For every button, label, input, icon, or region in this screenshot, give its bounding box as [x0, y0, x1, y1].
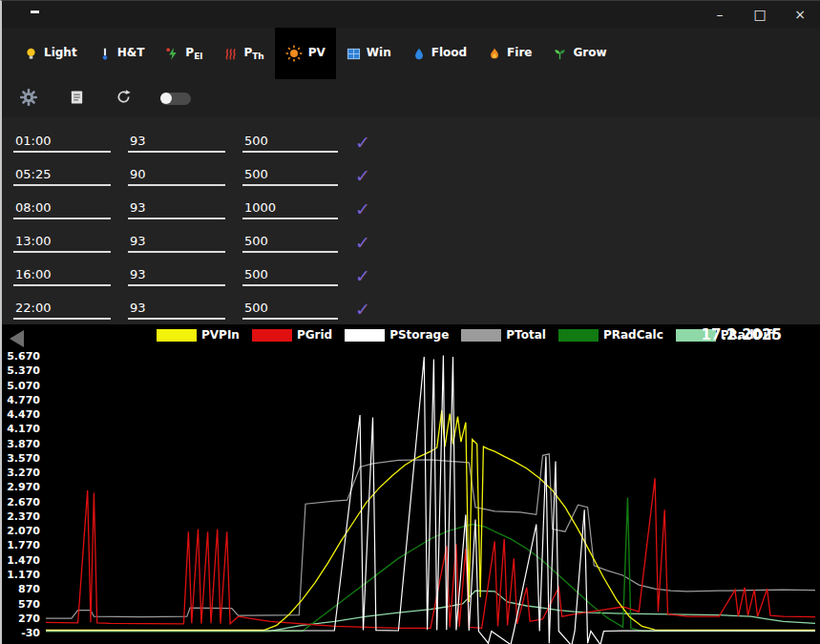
- value-field[interactable]: 93: [128, 234, 225, 253]
- y-tick-label: 1.470: [7, 554, 40, 567]
- nav-item-light[interactable]: Light: [13, 28, 88, 79]
- close-button[interactable]: ×: [780, 1, 820, 28]
- toggle-switch[interactable]: [160, 93, 191, 105]
- value-field[interactable]: 93: [128, 200, 225, 219]
- electric-power-icon: [165, 47, 179, 61]
- nav-item-label: PEl: [185, 46, 202, 61]
- refresh-icon: [116, 89, 132, 108]
- legend-swatch: [461, 329, 501, 342]
- limit-field[interactable]: 500: [242, 167, 338, 186]
- settings-button[interactable]: [17, 86, 40, 112]
- chart-date: 17.2.2025: [702, 326, 782, 343]
- nav-item-pth[interactable]: PTh: [213, 28, 274, 79]
- log-button[interactable]: [67, 87, 87, 111]
- y-tick-label: 570: [18, 598, 40, 611]
- nav-item-label: Flood: [431, 46, 467, 61]
- check-icon[interactable]: ✓: [355, 134, 370, 153]
- y-tick-label: 5.370: [7, 364, 40, 377]
- window-icon: [347, 47, 361, 61]
- legend-item: PTotal: [461, 328, 546, 342]
- nav-item-label: Fire: [507, 46, 532, 61]
- minimize-button[interactable]: –: [700, 1, 740, 28]
- series-PVPIn: [46, 410, 815, 631]
- nav-item-grow[interactable]: Grow: [542, 28, 617, 79]
- check-icon[interactable]: ✓: [355, 234, 370, 253]
- y-tick-label: 3.270: [7, 467, 40, 479]
- legend-label: PGrid: [297, 328, 332, 342]
- light-bulb-icon: [24, 47, 38, 61]
- check-icon[interactable]: ✓: [355, 267, 370, 286]
- nav-item-flood[interactable]: Flood: [402, 28, 477, 79]
- time-field[interactable]: 16:00: [13, 267, 111, 286]
- y-tick-label: 2.070: [7, 525, 40, 537]
- toggle-knob: [160, 93, 172, 104]
- time-field[interactable]: 08:00: [13, 200, 111, 219]
- plant-icon: [553, 47, 567, 61]
- time-field[interactable]: 05:25: [13, 167, 111, 186]
- y-tick-label: 4.470: [7, 408, 40, 421]
- window-controls: – □ ×: [700, 1, 820, 28]
- y-tick-label: 4.770: [7, 394, 40, 406]
- schedule-row: 05:2590500✓: [2, 153, 820, 186]
- series-PStorage: [46, 356, 815, 644]
- water-drop-icon: [412, 47, 426, 61]
- limit-field[interactable]: 500: [242, 134, 338, 153]
- nav-item-label: Grow: [573, 46, 606, 61]
- nav-item-label: Light: [44, 46, 77, 61]
- nav-item-pv[interactable]: PV: [275, 28, 336, 79]
- y-tick-label: 2.370: [7, 510, 40, 523]
- check-icon[interactable]: ✓: [355, 200, 370, 219]
- schedule-row: 22:0093500✓: [2, 286, 820, 320]
- legend-swatch: [157, 329, 197, 342]
- y-tick-label: 5.070: [7, 380, 40, 392]
- y-tick-label: 5.670: [7, 350, 40, 363]
- y-tick-label: 2.970: [7, 481, 40, 493]
- value-field[interactable]: 93: [128, 301, 225, 320]
- y-tick-label: -30: [21, 627, 40, 639]
- back-arrow-icon[interactable]: [10, 330, 24, 347]
- app-window: – □ × Light H&T PEl PT: [0, 0, 820, 644]
- y-tick-label: 270: [18, 613, 40, 625]
- limit-field[interactable]: 500: [242, 301, 338, 320]
- legend-label: PRadCalc: [603, 328, 663, 342]
- window-menu-icon: [31, 10, 39, 13]
- value-field[interactable]: 90: [128, 167, 225, 186]
- nav-item-label: PV: [308, 46, 326, 61]
- check-icon[interactable]: ✓: [355, 167, 370, 186]
- legend-item: PGrid: [252, 328, 332, 342]
- check-icon[interactable]: ✓: [355, 301, 370, 320]
- nav-item-pel[interactable]: PEl: [155, 28, 213, 79]
- limit-field[interactable]: 500: [242, 234, 338, 253]
- value-field[interactable]: 93: [128, 267, 225, 286]
- limit-field[interactable]: 1000: [242, 200, 338, 219]
- legend-item: PVPIn: [157, 328, 240, 342]
- limit-field[interactable]: 500: [242, 267, 338, 286]
- sun-icon: [285, 45, 303, 62]
- legend-swatch: [252, 329, 292, 342]
- time-field[interactable]: 13:00: [13, 234, 111, 253]
- nav-item-fire[interactable]: Fire: [477, 28, 542, 79]
- schedule-table: 01:0093500✓05:2590500✓08:00931000✓13:009…: [2, 117, 820, 324]
- y-tick-label: 1.170: [7, 569, 40, 581]
- time-field[interactable]: 22:00: [13, 301, 111, 320]
- schedule-row: 16:0093500✓: [2, 253, 820, 286]
- y-tick-label: 3.870: [7, 438, 40, 450]
- gear-icon: [19, 88, 38, 110]
- nav-item-ht[interactable]: H&T: [88, 28, 156, 79]
- chart-area: 5.6705.3705.0704.7704.4704.1703.8703.570…: [2, 324, 820, 644]
- maximize-button[interactable]: □: [740, 1, 780, 28]
- refresh-button[interactable]: [114, 87, 134, 110]
- value-field[interactable]: 93: [128, 134, 225, 153]
- legend-item: PRadCalc: [558, 328, 663, 342]
- power-chart: 5.6705.3705.0704.7704.4704.1703.8703.570…: [2, 324, 820, 644]
- legend-label: PTotal: [506, 328, 546, 342]
- time-field[interactable]: 01:00: [13, 134, 111, 153]
- chart-legend: PVPInPGridPStoragePTotalPRadCalcPRadDiff: [157, 328, 776, 342]
- nav-item-label: H&T: [117, 46, 145, 61]
- nav-item-win[interactable]: Win: [336, 28, 402, 79]
- schedule-row: 08:00931000✓: [2, 186, 820, 219]
- module-nav: Light H&T PEl PTh PV: [2, 28, 820, 79]
- y-tick-label: 870: [18, 583, 40, 595]
- y-tick-label: 2.670: [7, 496, 40, 509]
- schedule-row: 01:0093500✓: [2, 119, 820, 153]
